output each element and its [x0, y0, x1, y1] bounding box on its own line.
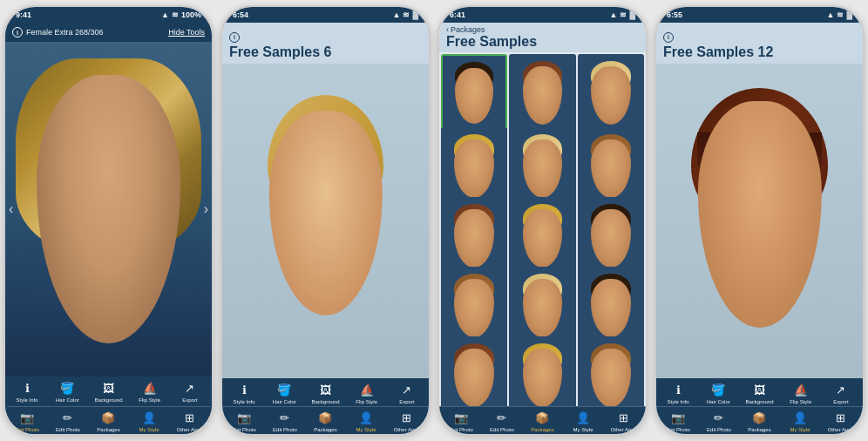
battery-2: ▓	[412, 10, 418, 19]
phone-3: 6:41 ▲ ≋ ▓ ‹ Packages Free Samples 1	[437, 5, 648, 436]
grid-cell-14[interactable]: 14	[509, 336, 575, 406]
hair-color-btn-4[interactable]: 🪣 Hair Color	[705, 382, 731, 404]
packages-btn-1[interactable]: 📦 Packages	[95, 410, 121, 432]
edit-photo-icon-1: ✏	[58, 410, 78, 425]
edit-photo-btn-4[interactable]: ✏ Edit Photo	[706, 410, 732, 432]
wifi-icon-2: ≋	[403, 10, 410, 19]
my-style-icon-1: 👤	[139, 410, 159, 425]
mini-face-2	[523, 66, 563, 125]
back-btn-3[interactable]: ‹ Packages	[446, 25, 639, 34]
mini-face-7	[454, 209, 494, 268]
packages-btn-2[interactable]: 📦 Packages	[312, 410, 338, 432]
my-style-btn-4[interactable]: 👤 My Style	[787, 410, 813, 432]
nav-left-arrow[interactable]: ‹	[9, 201, 13, 217]
woman-face-1	[37, 75, 181, 343]
other-apps-icon-1: ⊞	[180, 410, 200, 425]
info-icon-1[interactable]: i	[12, 27, 23, 37]
flip-style-icon-2: ⛵	[357, 382, 376, 397]
export-btn-2[interactable]: ↗ Export	[394, 382, 420, 404]
style-info-btn-2[interactable]: ℹ Style Info	[231, 382, 257, 404]
my-style-btn-1[interactable]: 👤 My Style	[136, 410, 162, 432]
bottom-toolbar-4: ℹ Style Info 🪣 Hair Color 🖼 Background ⛵…	[656, 378, 863, 434]
screen-4: i Free Samples 12 ℹ Style Info 🪣 Hair Co…	[656, 23, 863, 434]
photo-area-4	[656, 64, 863, 379]
header-2: i Free Samples 6	[222, 23, 429, 64]
info-icon-4[interactable]: i	[663, 32, 674, 43]
grid-face-13	[441, 336, 507, 406]
time-1: 9:41	[16, 10, 31, 19]
get-photo-btn-2[interactable]: 📷 Get Photo	[231, 410, 257, 432]
edit-photo-btn-2[interactable]: ✏ Edit Photo	[272, 410, 298, 432]
toolbar-bottom-1: 📷 Get Photo ✏ Edit Photo 📦 Packages 👤 My…	[7, 406, 210, 432]
mini-face-11	[523, 279, 563, 337]
flip-style-btn-2[interactable]: ⛵ Flip Style	[354, 382, 380, 404]
style-info-btn-4[interactable]: ℹ Style Info	[665, 382, 691, 404]
status-bar-1: 9:41 ▲ ≋ 100%	[5, 7, 212, 23]
other-apps-icon-3: ⊞	[614, 410, 634, 425]
battery-1: 100%	[181, 10, 201, 19]
export-btn-1[interactable]: ↗ Export	[177, 380, 203, 403]
get-photo-btn-4[interactable]: 📷 Get Photo	[665, 410, 691, 432]
hide-tools-btn[interactable]: Hide Tools	[168, 28, 205, 37]
got-photo-btn-3[interactable]: 📷 Got Photo	[448, 410, 474, 432]
woman-face-4	[697, 101, 821, 328]
status-bar-3: 6:41 ▲ ≋ ▓	[439, 7, 646, 23]
packages-btn-3[interactable]: 📦 Packages	[529, 410, 555, 432]
style-info-icon-2: ℹ	[234, 382, 254, 397]
export-btn-4[interactable]: ↗ Export	[828, 382, 854, 404]
hair-color-btn-1[interactable]: 🪣 Hair Color	[54, 380, 80, 403]
packages-btn-4[interactable]: 📦 Packages	[746, 410, 772, 432]
grid-face-2	[509, 54, 575, 137]
wifi-icon-4: ≋	[837, 10, 844, 19]
hair-color-btn-2[interactable]: 🪣 Hair Color	[271, 382, 297, 404]
export-icon-4: ↗	[831, 382, 851, 397]
mini-face-3	[591, 66, 631, 125]
packages-icon-4: 📦	[749, 410, 769, 425]
background-btn-2[interactable]: 🖼 Background	[311, 382, 339, 404]
hair-color-icon-4: 🪣	[709, 382, 728, 397]
edit-photo-btn-1[interactable]: ✏ Edit Photo	[55, 410, 81, 432]
status-bar-4: 6:55 ▲ ≋ ▓	[656, 7, 863, 23]
background-icon-2: 🖼	[315, 382, 335, 397]
photo-area-1: ‹ ›	[5, 42, 212, 377]
export-icon-1: ↗	[180, 380, 200, 396]
phone-2: 6:54 ▲ ≋ ▓ i Free Samples 6 ℹ Style Info	[220, 5, 431, 436]
title-3: Free Samples	[446, 34, 639, 50]
edit-photo-btn-3[interactable]: ✏ Edit Photo	[489, 410, 515, 432]
grid-cell-13[interactable]: 13	[441, 336, 507, 406]
header-1: i Female Extra 268/306 Hide Tools	[5, 23, 212, 42]
title-2: Free Samples 6	[229, 44, 422, 60]
woman-container-2	[222, 64, 429, 379]
background-btn-4[interactable]: 🖼 Background	[745, 382, 773, 404]
background-btn-1[interactable]: 🖼 Background	[94, 380, 122, 403]
other-apps-btn-3[interactable]: ⊞ Other Apps	[611, 410, 637, 432]
mini-face-15	[591, 349, 631, 406]
grid-cell-3[interactable]: 3	[578, 54, 644, 137]
edit-photo-icon-4: ✏	[709, 410, 729, 425]
toolbar-bottom-4: 📷 Get Photo ✏ Edit Photo 📦 Packages 👤 My…	[656, 406, 863, 434]
flip-style-btn-1[interactable]: ⛵ Flip Style	[137, 380, 163, 403]
other-apps-btn-2[interactable]: ⊞ Other Apps	[394, 410, 420, 432]
flip-style-btn-4[interactable]: ⛵ Flip Style	[788, 382, 814, 404]
packages-icon-2: 📦	[315, 410, 335, 425]
got-photo-icon-3: 📷	[451, 410, 471, 425]
toolbar-top-4: ℹ Style Info 🪣 Hair Color 🖼 Background ⛵…	[656, 378, 863, 406]
other-apps-btn-1[interactable]: ⊞ Other Apps	[177, 410, 203, 432]
info-icon-2[interactable]: i	[229, 32, 240, 43]
header-left-1: i Female Extra 268/306	[12, 27, 104, 37]
flip-style-icon-1: ⛵	[140, 380, 159, 396]
nav-right-arrow[interactable]: ›	[204, 201, 208, 217]
grid-cell-2[interactable]: 2	[509, 54, 575, 137]
grid-cell-15[interactable]: 15	[578, 336, 644, 406]
other-apps-btn-4[interactable]: ⊞ Other Apps	[828, 410, 854, 432]
my-style-btn-2[interactable]: 👤 My Style	[353, 410, 379, 432]
mini-face-4	[454, 139, 494, 198]
my-style-btn-3[interactable]: 👤 My Style	[570, 410, 596, 432]
style-info-btn-1[interactable]: ℹ Style Info	[14, 380, 40, 403]
status-icons-3: ▲ ≋ ▓	[610, 10, 635, 19]
woman-face-2	[268, 111, 382, 315]
status-icons-4: ▲ ≋ ▓	[827, 10, 852, 19]
get-photo-btn-1[interactable]: 📷 Get Photo	[14, 410, 40, 432]
signal-icon-2: ▲	[393, 10, 401, 19]
grid-cell-1[interactable]: 1	[441, 54, 507, 137]
